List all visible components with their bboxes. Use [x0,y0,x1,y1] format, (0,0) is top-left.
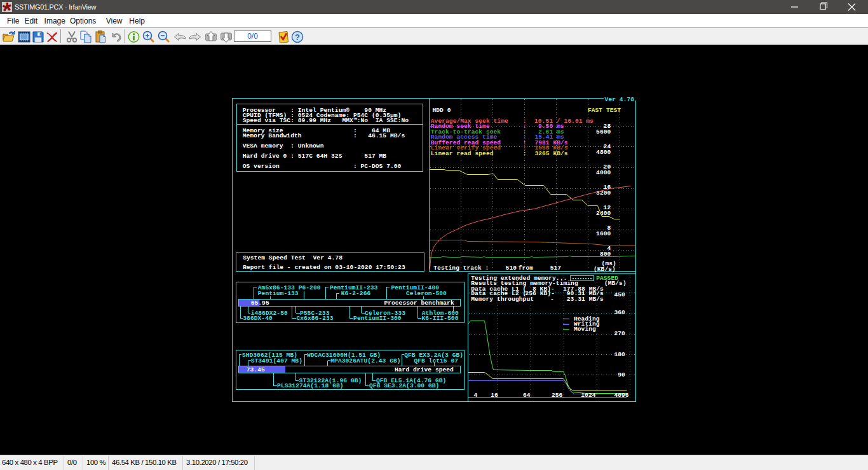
svg-text:4000: 4000 [596,169,611,176]
svg-text:3265 KB/s: 3265 KB/s [534,150,567,157]
svg-text:from: from [519,265,533,272]
svg-text:System Speed Test Ver 4.78: System Speed Test Ver 4.78 [243,254,342,261]
svg-text:(MB/s): (MB/s) [604,280,627,287]
svg-text:Linear read speed: Linear read speed [431,150,494,157]
svg-text:Celeron-500: Celeron-500 [406,290,447,297]
svg-text:Memory Bandwidth: Memory Bandwidth : 46.15 MB/s [243,132,405,139]
svg-text:517: 517 [550,265,562,272]
svg-text:PLS31274A(1.18 GB): PLS31274A(1.18 GB) [277,382,344,389]
svg-text:-: - [550,296,554,303]
svg-text:5600: 5600 [596,128,611,135]
svg-text:K6-2-266: K6-2-266 [341,290,371,297]
svg-text:Speed via TSC: 89.99 MHz MMX: Speed via TSC: 89.99 MHz MMX™:No IA SSE:… [243,117,409,124]
svg-text:386DX-40: 386DX-40 [243,315,273,322]
svg-text:(KB/s): (KB/s) [593,266,616,273]
svg-text:800: 800 [600,251,611,258]
svg-text:HDD 0: HDD 0 [433,107,451,114]
svg-text:ST3491(407 MB): ST3491(407 MB) [251,357,302,364]
svg-text:MPA3026ATU(2.43 GB): MPA3026ATU(2.43 GB) [330,357,400,364]
svg-text:65.95: 65.95 [251,300,269,307]
svg-text:Processor benchmark: Processor benchmark [384,300,454,307]
svg-text:Hard drive speed: Hard drive speed [395,366,454,373]
svg-text:PentiumII-300: PentiumII-300 [353,315,402,322]
svg-text:4800: 4800 [596,149,611,156]
svg-text:Testing track :: Testing track : [433,265,489,272]
svg-text:Memory throughput: Memory throughput [471,296,534,303]
svg-text:FAST TEST: FAST TEST [588,107,621,114]
svg-text:VESA memory : Unknown: VESA memory : Unknown [243,142,324,149]
svg-text:Report file - created on 03-10: Report file - created on 03-10-2020 17:5… [243,264,405,271]
svg-text:450: 450 [614,291,625,298]
svg-text:Cx6x86-233: Cx6x86-233 [297,315,334,322]
svg-text:QFB SE3.2A(3.00 GB): QFB SE3.2A(3.00 GB) [369,382,439,389]
svg-text:360: 360 [614,309,625,316]
svg-text:1024: 1024 [581,392,595,399]
svg-text:1600: 1600 [596,230,611,237]
svg-text:270: 270 [614,330,625,337]
svg-text:K6-III-500: K6-III-500 [421,315,458,322]
svg-text:90: 90 [618,371,625,378]
svg-text:73.45: 73.45 [247,366,265,373]
svg-text:OS version: OS version : PC-DOS 7.00 [243,163,402,170]
svg-text:510: 510 [506,265,517,272]
svg-text:256: 256 [552,392,563,399]
svg-text:180: 180 [614,351,625,358]
svg-text:Hard drive 0 : 517C 64H 32S: Hard drive 0 : 517C 64H 32S 517 MB [243,153,387,160]
svg-text::: : [523,150,527,157]
svg-text:16: 16 [491,392,498,399]
svg-text:Moving: Moving [574,326,596,333]
svg-text:4096: 4096 [614,392,628,399]
svg-text:2400: 2400 [596,210,611,217]
svg-text:QFB lct15 07: QFB lct15 07 [414,357,458,364]
svg-text:Pentium-133: Pentium-133 [258,290,299,297]
svg-text:23.31 MB/s: 23.31 MB/s [567,296,604,303]
svg-text:64: 64 [523,392,531,399]
svg-text:4: 4 [474,392,478,399]
svg-text:?: ? [295,32,300,42]
